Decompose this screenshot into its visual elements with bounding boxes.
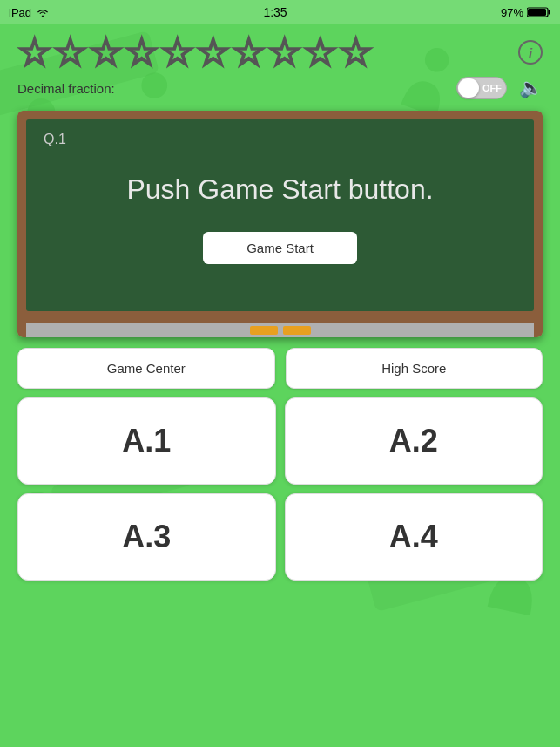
game-center-button[interactable]: Game Center <box>17 348 275 389</box>
star-1[interactable]: ☆ <box>17 33 51 71</box>
toggle-row: Decimal fraction: OFF 🔈 <box>17 75 543 106</box>
answer-3-button[interactable]: A.3 <box>17 493 276 581</box>
top-buttons-row: Game Center High Score <box>17 348 543 389</box>
status-bar: iPad 1:35 97% <box>0 0 560 24</box>
answer-grid: A.1 A.2 A.3 A.4 <box>17 397 543 581</box>
toggle-thumb <box>458 78 479 98</box>
bottom-section: Game Center High Score A.1 A.2 A.3 A.4 <box>17 348 543 581</box>
svg-rect-7 <box>549 10 551 15</box>
chalk-piece-1 <box>250 326 278 335</box>
chalkboard-container: Q.1 Push Game Start button. Game Start <box>17 111 543 337</box>
svg-rect-8 <box>528 9 546 16</box>
chalkboard-message: Push Game Start button. <box>44 173 516 206</box>
game-start-button[interactable]: Game Start <box>203 232 357 264</box>
main-content: ☆ ☆ ☆ ☆ ☆ ☆ ☆ ☆ ☆ ☆ i Decimal fraction: … <box>0 24 560 581</box>
answer-2-button[interactable]: A.2 <box>285 397 543 485</box>
volume-icon[interactable]: 🔈 <box>519 77 543 99</box>
star-5[interactable]: ☆ <box>160 33 194 71</box>
stars-container: ☆ ☆ ☆ ☆ ☆ ☆ ☆ ☆ ☆ ☆ <box>17 33 373 71</box>
battery-icon <box>527 6 551 18</box>
star-9[interactable]: ☆ <box>303 33 337 71</box>
battery-label: 97% <box>501 6 523 19</box>
answer-1-button[interactable]: A.1 <box>17 397 276 485</box>
star-8[interactable]: ☆ <box>267 33 301 71</box>
high-score-button[interactable]: High Score <box>286 348 543 389</box>
status-left: iPad <box>9 6 50 19</box>
chalk-piece-2 <box>283 326 311 335</box>
ipad-label: iPad <box>9 6 31 19</box>
star-7[interactable]: ☆ <box>232 33 266 71</box>
star-3[interactable]: ☆ <box>89 33 123 71</box>
wifi-icon <box>36 7 50 17</box>
decimal-fraction-label: Decimal fraction: <box>17 81 115 96</box>
question-label: Q.1 <box>44 132 516 147</box>
status-right: 97% <box>501 6 551 19</box>
toggle-state: OFF <box>482 83 502 93</box>
chalkboard-frame: Q.1 Push Game Start button. Game Start <box>17 111 543 337</box>
status-time: 1:35 <box>263 5 287 19</box>
decimal-toggle[interactable]: OFF <box>456 77 507 99</box>
star-10[interactable]: ☆ <box>339 33 373 71</box>
answer-4-button[interactable]: A.4 <box>285 493 543 581</box>
chalk-ledge <box>26 323 534 337</box>
info-button[interactable]: i <box>518 40 543 65</box>
stars-row: ☆ ☆ ☆ ☆ ☆ ☆ ☆ ☆ ☆ ☆ i <box>17 24 543 75</box>
star-2[interactable]: ☆ <box>53 33 87 71</box>
star-6[interactable]: ☆ <box>196 33 230 71</box>
chalkboard-surface: Q.1 Push Game Start button. Game Start <box>26 119 534 311</box>
star-4[interactable]: ☆ <box>125 33 159 71</box>
